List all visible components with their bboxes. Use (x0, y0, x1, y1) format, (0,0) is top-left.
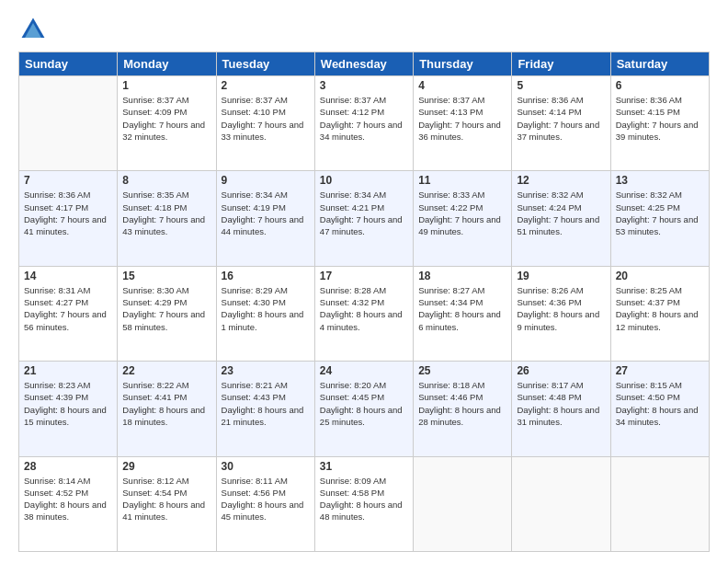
day-number: 26 (517, 364, 605, 377)
calendar-cell: 12Sunrise: 8:32 AMSunset: 4:24 PMDayligh… (512, 171, 610, 266)
day-number: 8 (122, 174, 210, 187)
day-number: 23 (222, 364, 310, 377)
calendar-cell: 6Sunrise: 8:36 AMSunset: 4:15 PMDaylight… (610, 76, 709, 171)
day-number: 1 (122, 79, 210, 92)
day-info: Sunrise: 8:09 AMSunset: 4:58 PMDaylight:… (320, 475, 408, 523)
day-number: 3 (320, 79, 408, 92)
calendar-cell: 19Sunrise: 8:26 AMSunset: 4:36 PMDayligh… (512, 266, 610, 361)
calendar-cell: 11Sunrise: 8:33 AMSunset: 4:22 PMDayligh… (414, 171, 512, 266)
weekday-header-thursday: Thursday (414, 52, 512, 76)
day-number: 13 (616, 174, 704, 187)
day-info: Sunrise: 8:28 AMSunset: 4:32 PMDaylight:… (320, 284, 408, 333)
day-number: 2 (222, 79, 310, 92)
calendar-cell (610, 456, 709, 551)
day-info: Sunrise: 8:32 AMSunset: 4:25 PMDaylight:… (616, 189, 704, 237)
calendar-cell: 29Sunrise: 8:12 AMSunset: 4:54 PMDayligh… (118, 456, 216, 551)
calendar-cell: 13Sunrise: 8:32 AMSunset: 4:25 PMDayligh… (610, 171, 709, 266)
day-number: 28 (24, 460, 112, 473)
day-info: Sunrise: 8:30 AMSunset: 4:29 PMDaylight:… (122, 284, 210, 333)
day-info: Sunrise: 8:33 AMSunset: 4:22 PMDaylight:… (418, 189, 506, 237)
day-number: 24 (320, 364, 408, 377)
weekday-header-row: SundayMondayTuesdayWednesdayThursdayFrid… (19, 52, 710, 76)
weekday-header-wednesday: Wednesday (314, 52, 413, 76)
calendar-cell: 10Sunrise: 8:34 AMSunset: 4:21 PMDayligh… (314, 171, 413, 266)
day-number: 27 (616, 364, 704, 377)
day-number: 7 (24, 174, 112, 187)
day-number: 31 (320, 460, 408, 473)
day-number: 25 (418, 364, 506, 377)
weekday-header-friday: Friday (512, 52, 610, 76)
day-number: 16 (222, 270, 310, 282)
day-info: Sunrise: 8:23 AMSunset: 4:39 PMDaylight:… (24, 379, 112, 428)
day-info: Sunrise: 8:12 AMSunset: 4:54 PMDaylight:… (122, 475, 210, 523)
day-info: Sunrise: 8:21 AMSunset: 4:43 PMDaylight:… (222, 379, 310, 428)
day-info: Sunrise: 8:37 AMSunset: 4:13 PMDaylight:… (418, 94, 506, 143)
week-row-0: 1Sunrise: 8:37 AMSunset: 4:09 PMDaylight… (19, 76, 710, 171)
calendar-cell: 16Sunrise: 8:29 AMSunset: 4:30 PMDayligh… (216, 266, 314, 361)
day-info: Sunrise: 8:20 AMSunset: 4:45 PMDaylight:… (320, 379, 408, 428)
day-number: 4 (418, 79, 506, 92)
calendar-table: SundayMondayTuesdayWednesdayThursdayFrid… (18, 52, 710, 552)
day-number: 6 (616, 79, 704, 92)
day-info: Sunrise: 8:36 AMSunset: 4:17 PMDaylight:… (24, 189, 112, 237)
day-info: Sunrise: 8:27 AMSunset: 4:34 PMDaylight:… (418, 284, 506, 333)
calendar-cell (19, 76, 118, 171)
day-number: 17 (320, 270, 408, 282)
week-row-1: 7Sunrise: 8:36 AMSunset: 4:17 PMDaylight… (19, 171, 710, 266)
calendar-cell: 18Sunrise: 8:27 AMSunset: 4:34 PMDayligh… (414, 266, 512, 361)
day-info: Sunrise: 8:26 AMSunset: 4:36 PMDaylight:… (517, 284, 605, 333)
day-number: 22 (122, 364, 210, 377)
day-info: Sunrise: 8:35 AMSunset: 4:18 PMDaylight:… (122, 189, 210, 237)
logo (18, 15, 53, 44)
day-number: 9 (222, 174, 310, 187)
calendar-cell: 9Sunrise: 8:34 AMSunset: 4:19 PMDaylight… (216, 171, 314, 266)
day-info: Sunrise: 8:34 AMSunset: 4:19 PMDaylight:… (222, 189, 310, 237)
calendar-cell: 2Sunrise: 8:37 AMSunset: 4:10 PMDaylight… (216, 76, 314, 171)
day-info: Sunrise: 8:31 AMSunset: 4:27 PMDaylight:… (24, 284, 112, 333)
calendar-cell: 14Sunrise: 8:31 AMSunset: 4:27 PMDayligh… (19, 266, 118, 361)
calendar-cell: 31Sunrise: 8:09 AMSunset: 4:58 PMDayligh… (314, 456, 413, 551)
day-info: Sunrise: 8:36 AMSunset: 4:14 PMDaylight:… (517, 94, 605, 143)
day-info: Sunrise: 8:22 AMSunset: 4:41 PMDaylight:… (122, 379, 210, 428)
day-number: 20 (616, 270, 704, 282)
day-number: 5 (517, 79, 605, 92)
calendar-cell: 23Sunrise: 8:21 AMSunset: 4:43 PMDayligh… (216, 362, 314, 456)
calendar-page: SundayMondayTuesdayWednesdayThursdayFrid… (0, 0, 728, 563)
week-row-3: 21Sunrise: 8:23 AMSunset: 4:39 PMDayligh… (19, 362, 710, 456)
calendar-cell: 5Sunrise: 8:36 AMSunset: 4:14 PMDaylight… (512, 76, 610, 171)
day-number: 29 (122, 460, 210, 473)
day-info: Sunrise: 8:37 AMSunset: 4:10 PMDaylight:… (222, 94, 310, 143)
calendar-cell: 24Sunrise: 8:20 AMSunset: 4:45 PMDayligh… (314, 362, 413, 456)
day-info: Sunrise: 8:14 AMSunset: 4:52 PMDaylight:… (24, 475, 112, 523)
day-number: 10 (320, 174, 408, 187)
calendar-cell: 26Sunrise: 8:17 AMSunset: 4:48 PMDayligh… (512, 362, 610, 456)
day-info: Sunrise: 8:17 AMSunset: 4:48 PMDaylight:… (517, 379, 605, 428)
day-number: 11 (418, 174, 506, 187)
calendar-cell (414, 456, 512, 551)
calendar-cell (512, 456, 610, 551)
day-number: 12 (517, 174, 605, 187)
day-number: 19 (517, 270, 605, 282)
calendar-cell: 25Sunrise: 8:18 AMSunset: 4:46 PMDayligh… (414, 362, 512, 456)
calendar-cell: 27Sunrise: 8:15 AMSunset: 4:50 PMDayligh… (610, 362, 709, 456)
calendar-cell: 7Sunrise: 8:36 AMSunset: 4:17 PMDaylight… (19, 171, 118, 266)
day-info: Sunrise: 8:32 AMSunset: 4:24 PMDaylight:… (517, 189, 605, 237)
day-number: 15 (122, 270, 210, 282)
calendar-cell: 28Sunrise: 8:14 AMSunset: 4:52 PMDayligh… (19, 456, 118, 551)
day-info: Sunrise: 8:37 AMSunset: 4:09 PMDaylight:… (122, 94, 210, 143)
calendar-cell: 30Sunrise: 8:11 AMSunset: 4:56 PMDayligh… (216, 456, 314, 551)
calendar-cell: 8Sunrise: 8:35 AMSunset: 4:18 PMDaylight… (118, 171, 216, 266)
day-info: Sunrise: 8:18 AMSunset: 4:46 PMDaylight:… (418, 379, 506, 428)
day-number: 14 (24, 270, 112, 282)
day-info: Sunrise: 8:11 AMSunset: 4:56 PMDaylight:… (222, 475, 310, 523)
calendar-cell: 15Sunrise: 8:30 AMSunset: 4:29 PMDayligh… (118, 266, 216, 361)
calendar-cell: 1Sunrise: 8:37 AMSunset: 4:09 PMDaylight… (118, 76, 216, 171)
day-info: Sunrise: 8:29 AMSunset: 4:30 PMDaylight:… (222, 284, 310, 333)
day-number: 21 (24, 364, 112, 377)
day-number: 18 (418, 270, 506, 282)
weekday-header-saturday: Saturday (610, 52, 709, 76)
calendar-cell: 17Sunrise: 8:28 AMSunset: 4:32 PMDayligh… (314, 266, 413, 361)
week-row-4: 28Sunrise: 8:14 AMSunset: 4:52 PMDayligh… (19, 456, 710, 551)
calendar-cell: 21Sunrise: 8:23 AMSunset: 4:39 PMDayligh… (19, 362, 118, 456)
day-info: Sunrise: 8:34 AMSunset: 4:21 PMDaylight:… (320, 189, 408, 237)
